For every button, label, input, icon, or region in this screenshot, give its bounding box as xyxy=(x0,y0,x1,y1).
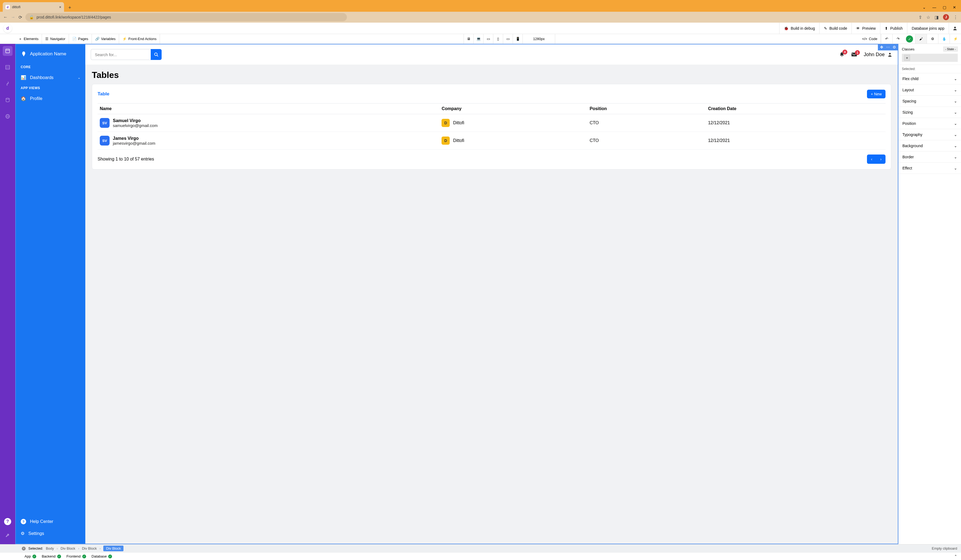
sidebar-item-dashboards[interactable]: 📊 Dashboards ⌄ xyxy=(16,72,85,83)
settings-tab[interactable]: ⚙ xyxy=(927,34,938,43)
device-tablet-icon[interactable]: ▯ xyxy=(493,34,503,43)
inspector-section[interactable]: Effect⌄ xyxy=(898,163,961,174)
user-menu[interactable]: John Doe xyxy=(864,52,892,58)
share-icon[interactable]: ⇪ xyxy=(919,15,922,20)
minimize-icon[interactable]: — xyxy=(932,5,936,10)
save-check-icon[interactable]: ✓ xyxy=(906,35,913,43)
inspector-section[interactable]: Position⌄ xyxy=(898,118,961,129)
new-button[interactable]: + New xyxy=(867,90,885,98)
table-row[interactable]: SVSamuel Virgosamuelvirgo@gmail.com DDit… xyxy=(98,114,885,132)
preview-button[interactable]: 👁 Preview xyxy=(852,22,880,34)
device-laptop-icon[interactable]: 💻 xyxy=(473,34,483,43)
notifications-bell[interactable]: 0 xyxy=(839,52,845,57)
breadcrumb-item[interactable]: Div Block xyxy=(103,546,124,551)
mail-badge: 1 xyxy=(855,50,860,55)
style-tab[interactable]: 🖌 xyxy=(915,34,927,43)
publish-button[interactable]: ⬆ Publish xyxy=(880,22,907,34)
more-icon[interactable]: ⋯ xyxy=(886,45,890,49)
undo-button[interactable]: ↶ xyxy=(881,34,892,43)
browser-tab-strip: d dittofi × + ⌄ — ▢ ✕ xyxy=(0,0,961,12)
dittofi-logo[interactable]: d xyxy=(3,24,12,33)
gear-icon[interactable]: ⚙ xyxy=(893,45,896,49)
profile-avatar[interactable]: J xyxy=(943,14,949,20)
row-email: samuelvirgo@gmail.com xyxy=(113,123,157,128)
browser-tab[interactable]: d dittofi × xyxy=(3,2,64,12)
rail-data-icon[interactable] xyxy=(3,95,13,105)
back-button[interactable]: ← xyxy=(3,15,8,19)
inspector-section[interactable]: Background⌄ xyxy=(898,140,961,151)
device-mobile-icon[interactable]: 📱 xyxy=(513,34,522,43)
chevron-down-icon[interactable]: ⌄ xyxy=(922,5,926,10)
svg-rect-3 xyxy=(6,66,10,69)
next-page-button[interactable]: › xyxy=(876,154,885,164)
table-row[interactable]: SVJames Virgojamesvirgo@gmail.com DDitto… xyxy=(98,132,885,149)
inspector-section[interactable]: Spacing⌄ xyxy=(898,96,961,107)
inspector-section[interactable]: Flex child⌄ xyxy=(898,73,961,85)
sidebar-item-help[interactable]: ? Help Center xyxy=(16,515,85,528)
star-icon[interactable]: ☆ xyxy=(926,15,930,20)
search-button[interactable] xyxy=(151,49,162,60)
device-tablet-landscape-icon[interactable]: ▭ xyxy=(483,34,493,43)
panel-icon[interactable]: ◨ xyxy=(935,15,939,20)
variables-button[interactable]: 🔗Variables xyxy=(92,34,119,43)
inspector-section[interactable]: Layout⌄ xyxy=(898,85,961,96)
frontend-actions-button[interactable]: ⚡Front-End Actions xyxy=(119,34,160,43)
pages-button[interactable]: 📄Pages xyxy=(69,34,92,43)
elements-button[interactable]: ＋Elements xyxy=(15,34,42,43)
rail-api-icon[interactable] xyxy=(3,79,13,88)
reload-button[interactable]: ⟳ xyxy=(19,15,22,20)
forward-button[interactable]: → xyxy=(11,15,15,19)
address-bar: ← → ⟳ 🔒 prod.dittofi.link/workspace/1218… xyxy=(0,12,961,22)
user-icon xyxy=(887,52,892,57)
rail-globe-icon[interactable] xyxy=(3,111,13,121)
device-mobile-landscape-icon[interactable]: ▭ xyxy=(503,34,513,43)
menu-icon[interactable]: ⋮ xyxy=(953,15,958,20)
expand-up-icon[interactable]: ⌃ xyxy=(954,554,957,558)
rail-tools-icon[interactable] xyxy=(3,531,13,541)
device-desktop-icon[interactable]: 🖥 xyxy=(464,34,473,43)
breadcrumb-item[interactable]: Div Block xyxy=(82,546,97,550)
selected-label: Selected: xyxy=(28,546,43,550)
bug-icon: 🐞 xyxy=(784,26,789,30)
build-code-button[interactable]: ✎ Build code xyxy=(819,22,852,34)
move-icon[interactable]: ✥ xyxy=(880,45,883,49)
canvas-width[interactable]: 1280px xyxy=(522,34,555,43)
app-topbar: d 🐞 Build in debug ✎ Build code 👁 Previe… xyxy=(0,22,961,34)
rail-database-icon[interactable] xyxy=(3,63,13,72)
theme-tab[interactable]: 💧 xyxy=(938,34,950,43)
maximize-icon[interactable]: ▢ xyxy=(943,5,946,10)
wand-icon: ✎ xyxy=(824,26,827,30)
navigator-button[interactable]: ☰Navigator xyxy=(42,34,69,43)
close-tab-icon[interactable]: × xyxy=(59,5,61,9)
rail-pages-icon[interactable] xyxy=(3,46,13,56)
lock-icon: 🔒 xyxy=(29,15,34,19)
new-tab-button[interactable]: + xyxy=(66,3,74,12)
code-toggle-button[interactable]: </>Code xyxy=(859,34,881,43)
rail-help-icon[interactable]: ? xyxy=(4,518,11,525)
breadcrumb-separator: › xyxy=(78,546,79,550)
notifications-mail[interactable]: 1 xyxy=(851,52,857,57)
app-name-dropdown[interactable]: Database joins app xyxy=(907,22,949,34)
actions-tab[interactable]: ⚡ xyxy=(950,34,961,43)
breadcrumb-item[interactable]: Div Block xyxy=(61,546,75,550)
inspector-section[interactable]: Sizing⌄ xyxy=(898,107,961,118)
close-window-icon[interactable]: ✕ xyxy=(953,5,956,10)
build-debug-button[interactable]: 🐞 Build in debug xyxy=(779,22,819,34)
user-menu-button[interactable] xyxy=(949,22,961,34)
redo-button[interactable]: ↷ xyxy=(892,34,904,43)
selection-overlay: ✥ ⋯ ⚙ xyxy=(878,44,898,50)
svg-line-11 xyxy=(157,55,158,56)
prev-page-button[interactable]: ‹ xyxy=(867,154,876,164)
inspector-section[interactable]: Border⌄ xyxy=(898,151,961,163)
breadcrumb-bar: × Selected: Body›Div Block›Div Block›Div… xyxy=(0,544,961,552)
status-item: Backend✓ xyxy=(42,554,61,558)
inspector-section[interactable]: Typography⌄ xyxy=(898,129,961,140)
close-icon[interactable]: × xyxy=(22,547,26,550)
search-input[interactable] xyxy=(91,49,151,60)
breadcrumb-item[interactable]: Body xyxy=(46,546,54,550)
url-input[interactable]: 🔒 prod.dittofi.link/workspace/1218/4422/… xyxy=(25,13,347,21)
add-class-button[interactable]: + xyxy=(902,54,958,62)
state-dropdown[interactable]: - State - xyxy=(943,47,958,51)
sidebar-item-settings[interactable]: ⚙ Settings xyxy=(16,528,85,539)
sidebar-item-profile[interactable]: 🏠 Profile xyxy=(16,93,85,104)
